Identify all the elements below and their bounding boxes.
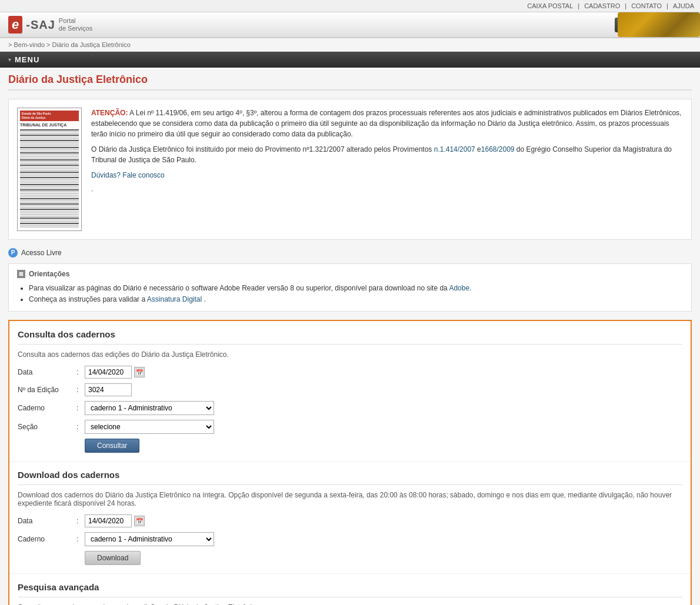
- consulta-desc: Consulta aos cadernos das edições do Diá…: [18, 350, 682, 359]
- logo-saj-text: -SAJ: [26, 18, 55, 32]
- consulta-data-row: Data : 📅: [18, 366, 682, 379]
- download-button-row: Download: [18, 551, 682, 565]
- download-caderno-label: Caderno: [18, 535, 76, 543]
- diario-thumbnail: Estado de São PauloDiário da Justiça TRI…: [17, 108, 82, 231]
- atencao-label: ATENÇÃO:: [91, 109, 128, 117]
- menu-label: MENU: [15, 55, 39, 64]
- assinatura-link[interactable]: Assinatura Digital: [147, 295, 202, 303]
- top-bar: CAIXA POSTAL | CADASTRO | CONTATO | AJUD…: [0, 0, 700, 12]
- consulta-section: Consulta dos cadernos Consulta aos cader…: [9, 321, 691, 461]
- header-decorative-image: [618, 12, 700, 37]
- download-button[interactable]: Download: [85, 551, 141, 565]
- orientacao-item-1: Para visualizar as páginas do Diário é n…: [29, 283, 683, 294]
- orientacoes-section: ⊠ Orientações Para visualizar as páginas…: [8, 263, 692, 312]
- download-cal-icon[interactable]: 📅: [134, 516, 145, 526]
- cadastro-link[interactable]: CADASTRO: [584, 2, 620, 9]
- info-text: ATENÇÃO: A Lei nº 11.419/06, em seu arti…: [91, 108, 683, 231]
- consulta-secao-select[interactable]: selecione: [85, 420, 214, 434]
- download-caderno-select[interactable]: caderno 1 - Administrativo caderno 2 - I…: [85, 532, 214, 546]
- menu-bar[interactable]: ▾ MENU: [0, 52, 700, 68]
- acesso-icon: P: [8, 248, 18, 258]
- consulta-title: Consulta dos cadernos: [18, 329, 682, 345]
- consulta-data-control: 📅: [85, 366, 145, 379]
- consulta-data-input[interactable]: [85, 366, 132, 379]
- consulta-edicao-row: Nº da Edição :: [18, 383, 682, 396]
- orientacao-item-2: Conheça as instruções para validar a Ass…: [29, 294, 683, 305]
- pesquisa-title: Pesquisa avançada: [18, 582, 682, 597]
- consulta-edicao-input[interactable]: [85, 383, 132, 396]
- info-section: Estado de São PauloDiário da Justiça TRI…: [8, 99, 692, 240]
- consulta-data-label: Data: [18, 368, 76, 376]
- page-title: Diário da Justiça Eletrônico: [8, 73, 692, 91]
- consulta-secao-label: Seção: [18, 423, 76, 431]
- consulta-cal-icon[interactable]: 📅: [134, 367, 145, 377]
- download-caderno-control: caderno 1 - Administrativo caderno 2 - I…: [85, 532, 214, 546]
- atencao-text: A Lei nº 11.419/06, em seu artigo 4º, §3…: [91, 109, 681, 138]
- pesquisa-section: Pesquisa avançada Consulta avançada aos …: [9, 573, 691, 605]
- download-desc: Download dos cadernos do Diário da Justi…: [18, 491, 682, 507]
- download-caderno-row: Caderno : caderno 1 - Administrativo cad…: [18, 532, 682, 546]
- consulta-secao-control: selecione: [85, 420, 214, 434]
- download-data-input[interactable]: [85, 514, 132, 527]
- download-section: Download dos cadernos Download dos cader…: [9, 461, 691, 573]
- breadcrumb: > Bem-vindo > Diário da Justiça Eletrôni…: [0, 38, 700, 52]
- consulta-secao-row: Seção : selecione: [18, 420, 682, 434]
- logo-area: e -SAJ Portal de Serviços: [8, 16, 92, 34]
- download-data-label: Data: [18, 517, 76, 525]
- download-data-row: Data : 📅: [18, 514, 682, 527]
- p2-mid: e: [475, 145, 481, 153]
- consulta-edicao-control: [85, 383, 132, 396]
- consulta-caderno-label: Caderno: [18, 404, 76, 412]
- consulta-button-row: Consultar: [18, 439, 682, 453]
- acesso-livre: P Acesso Livre: [8, 248, 692, 258]
- duvidas-link[interactable]: Dúvidas? Fale conosco: [91, 171, 165, 179]
- p2-start: O Diário da Justiça Eletrônico foi insti…: [91, 145, 434, 153]
- header: e -SAJ Portal de Serviços 👤 Identificar-…: [0, 12, 700, 38]
- acesso-livre-label: Acesso Livre: [21, 249, 62, 257]
- download-title: Download dos cadernos: [18, 470, 682, 485]
- menu-arrow-icon: ▾: [8, 56, 11, 63]
- page-content: Diário da Justiça Eletrônico Estado de S…: [0, 68, 700, 605]
- contato-link[interactable]: CONTATO: [631, 2, 662, 9]
- sections-container: Consulta dos cadernos Consulta aos cader…: [8, 320, 692, 605]
- consulta-caderno-control: caderno 1 - Administrativo caderno 2 - I…: [85, 401, 214, 415]
- provimento-link2[interactable]: 1668/2009: [481, 145, 515, 153]
- consulta-caderno-row: Caderno : caderno 1 - Administrativo cad…: [18, 401, 682, 415]
- orientacoes-title: ⊠ Orientações: [17, 270, 683, 278]
- adobe-link[interactable]: Adobe.: [449, 284, 471, 292]
- caixa-postal-link[interactable]: CAIXA POSTAL: [527, 2, 573, 9]
- consulta-edicao-label: Nº da Edição: [18, 386, 76, 394]
- ajuda-link[interactable]: AJUDA: [673, 2, 694, 9]
- orientacoes-list: Para visualizar as páginas do Diário é n…: [17, 283, 683, 305]
- consultar-button[interactable]: Consultar: [85, 439, 139, 453]
- logo-e-letter: e: [8, 16, 22, 34]
- provimento-link1[interactable]: n.1.414/2007: [434, 145, 475, 153]
- orientacoes-icon: ⊠: [17, 270, 25, 278]
- consulta-caderno-select[interactable]: caderno 1 - Administrativo caderno 2 - I…: [85, 401, 214, 415]
- download-data-control: 📅: [85, 514, 145, 527]
- logo-subtitle: Portal de Serviços: [59, 17, 92, 32]
